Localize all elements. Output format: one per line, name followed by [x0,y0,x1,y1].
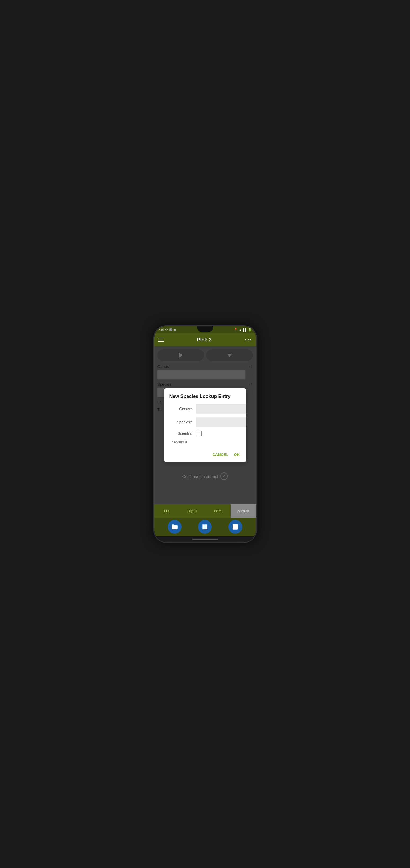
species-dialog-label: Species:* [169,420,196,424]
home-bar [192,538,218,539]
more-options-icon[interactable]: ••• [245,337,252,343]
home-indicator [154,536,256,542]
folder-nav-icon [171,523,178,530]
dialog-title: New Species Lookup Entry [169,394,241,399]
square-nav-button[interactable] [229,520,242,534]
main-content: Genus cf. Species cf. [154,346,256,504]
notch [197,326,213,332]
square-nav-icon [232,523,239,530]
status-left: 7:19 🛡 A ▦ [159,328,176,331]
required-note: * required [169,440,241,444]
folder-nav-button[interactable] [168,520,181,534]
header-title: Plot: 2 [197,337,212,343]
signal-icon: ▌▌ [243,328,247,331]
wifi-icon: ▲ [239,328,242,331]
genus-dialog-input[interactable] [196,404,246,413]
genus-dialog-label: Genus:* [169,407,196,411]
bottom-tabs: Plot Layers Indiv. Species [154,504,256,518]
scientific-label: Scientific [169,431,196,436]
shield-status-icon: 🛡 [165,329,168,331]
scientific-checkbox[interactable] [196,431,202,436]
battery-icon: 🔋 [248,328,252,332]
status-right: 📍 ▲ ▌▌ 🔋 [234,328,251,332]
genus-dialog-field: Genus:* [169,404,241,413]
text-status-icon: A [169,329,172,331]
dialog: New Species Lookup Entry Genus:* Species… [164,389,246,462]
sim-icon: ▦ [173,329,176,331]
species-dialog-field: Species:* [169,417,241,427]
phone-screen: 7:19 🛡 A ▦ 📍 ▲ ▌▌ 🔋 Plot: 2 ••• [154,326,256,542]
bottom-nav [154,518,256,536]
phone-frame: 7:19 🛡 A ▦ 📍 ▲ ▌▌ 🔋 Plot: 2 ••• [153,325,257,543]
svg-rect-0 [233,524,238,529]
grid-nav-button[interactable] [198,520,212,534]
species-dialog-input[interactable] [196,417,246,427]
cancel-button[interactable]: CANCEL [211,451,230,459]
app-header: Plot: 2 ••• [154,334,256,346]
ok-button[interactable]: OK [233,451,241,459]
hamburger-menu-icon[interactable] [159,338,164,342]
dialog-overlay: New Species Lookup Entry Genus:* Species… [154,346,256,504]
tab-plot[interactable]: Plot [154,504,180,518]
scientific-checkbox-row: Scientific [169,431,241,436]
tab-indiv[interactable]: Indiv. [205,504,231,518]
grid-nav-icon [201,523,208,530]
location-icon: 📍 [234,328,238,332]
status-time: 7:19 [159,328,164,331]
tab-species[interactable]: Species [231,504,256,518]
tab-layers[interactable]: Layers [180,504,205,518]
dialog-buttons: CANCEL OK [169,450,241,459]
